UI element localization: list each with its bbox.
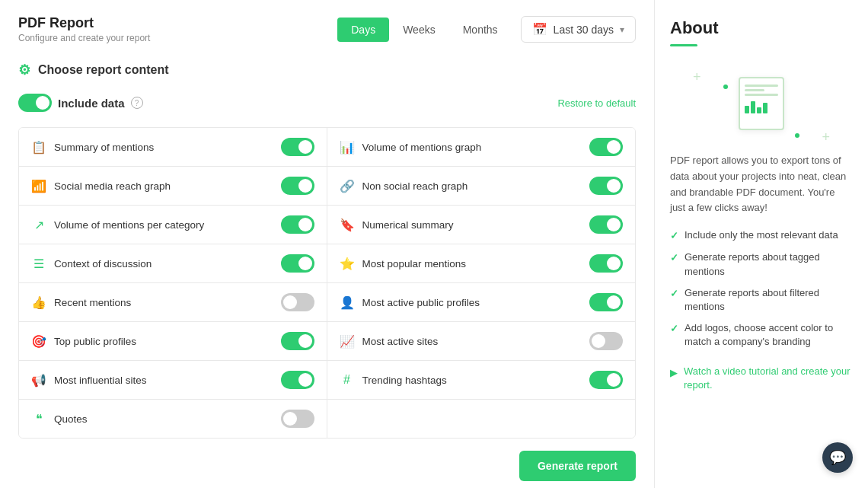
grid-item: 🔗Non social reach graph — [327, 167, 636, 206]
check-icon: ✓ — [670, 322, 678, 336]
item-toggle[interactable] — [589, 293, 623, 311]
feature-text: Include only the most relevant data — [685, 228, 838, 242]
grid-item: ❝Quotes — [19, 400, 327, 438]
grid-item: 🎯Top public profiles — [19, 322, 327, 361]
tab-months[interactable]: Months — [449, 18, 512, 42]
item-toggle[interactable] — [281, 138, 314, 156]
gear-icon: ⚙ — [18, 62, 30, 78]
dot-decoration-1 — [723, 85, 728, 89]
list-item: ✓Generate reports about tagged mentions — [670, 250, 853, 278]
item-icon: 🔖 — [340, 218, 355, 232]
right-panel: About + + PDF report allows you to expor… — [655, 0, 868, 488]
plus-decoration-2: + — [822, 129, 830, 145]
content-grid: 📋Summary of mentions📊Volume of mentions … — [18, 127, 636, 439]
grid-item-left: ⭐Most popular mentions — [340, 257, 467, 271]
item-toggle[interactable] — [281, 332, 314, 350]
item-label: Most popular mentions — [362, 258, 467, 270]
item-icon: 🎯 — [31, 334, 46, 349]
item-icon: ☰ — [31, 257, 46, 271]
grid-item: 📋Summary of mentions — [19, 128, 327, 167]
item-toggle[interactable] — [281, 254, 314, 273]
grid-item: 📶Social media reach graph — [19, 167, 327, 206]
grid-item-left: ☰Context of discussion — [31, 257, 152, 271]
include-label: Include data — [58, 97, 125, 110]
about-features-list: ✓Include only the most relevant data✓Gen… — [670, 228, 853, 349]
video-tutorial-link[interactable]: ▶ Watch a video tutorial and create your… — [670, 365, 853, 392]
item-icon: ❝ — [31, 412, 46, 426]
item-icon: 📋 — [31, 140, 46, 155]
feature-text: Generate reports about filtered mentions — [685, 286, 853, 314]
include-data-row: Include data ? Restore to default — [18, 94, 636, 112]
check-icon: ✓ — [670, 229, 678, 243]
about-description: PDF report allows you to export tons of … — [670, 153, 853, 216]
grid-item: ⭐Most popular mentions — [327, 244, 636, 283]
chat-button[interactable]: 💬 — [822, 442, 853, 473]
section-title: Choose report content — [38, 63, 169, 77]
check-icon: ✓ — [670, 287, 678, 301]
tab-date-group: Days Weeks Months 📅 Last 30 days ▾ — [337, 16, 636, 43]
doc-bar-group — [745, 101, 778, 113]
chevron-down-icon: ▾ — [620, 24, 624, 35]
item-toggle[interactable] — [589, 371, 623, 389]
item-icon: 🔗 — [340, 179, 355, 193]
item-label: Most active sites — [362, 336, 439, 347]
item-toggle[interactable] — [281, 293, 314, 311]
item-icon: 📈 — [340, 334, 355, 349]
grid-item-left: 📊Volume of mentions graph — [340, 140, 482, 155]
restore-default-link[interactable]: Restore to default — [557, 97, 636, 109]
help-icon[interactable]: ? — [131, 97, 143, 109]
grid-item-left: 📢Most influential sites — [31, 373, 147, 388]
grid-item: ☰Context of discussion — [19, 244, 327, 283]
item-toggle[interactable] — [589, 254, 623, 273]
tab-days[interactable]: Days — [337, 18, 389, 42]
grid-item-left: ↗Volume of mentions per category — [31, 218, 204, 232]
illustration: + + — [670, 62, 853, 153]
date-picker[interactable]: 📅 Last 30 days ▾ — [521, 16, 636, 43]
item-label: Social media reach graph — [54, 180, 171, 192]
main-panel: PDF Report Configure and create your rep… — [0, 0, 655, 488]
item-label: Trending hashtags — [362, 375, 447, 386]
feature-text: Generate reports about tagged mentions — [685, 250, 853, 278]
item-toggle[interactable] — [281, 371, 314, 389]
item-label: Numerical summary — [362, 219, 454, 231]
include-data-toggle[interactable] — [18, 94, 52, 112]
generate-report-button[interactable]: Generate report — [519, 451, 636, 481]
list-item: ✓Add logos, choose accent color to match… — [670, 321, 853, 349]
grid-item-left: 👍Recent mentions — [31, 295, 131, 310]
grid-item: 👤Most active public profiles — [327, 283, 636, 322]
tab-weeks[interactable]: Weeks — [389, 18, 449, 42]
doc-bar-4 — [763, 103, 767, 113]
list-item: ✓Include only the most relevant data — [670, 228, 853, 243]
item-toggle[interactable] — [281, 215, 314, 234]
grid-item-left: 🔖Numerical summary — [340, 218, 454, 232]
grid-item-left: 👤Most active public profiles — [340, 295, 480, 310]
item-icon: # — [340, 373, 355, 387]
item-toggle[interactable] — [589, 332, 623, 350]
about-title: About — [670, 18, 853, 38]
item-label: Volume of mentions graph — [362, 142, 482, 153]
item-toggle[interactable] — [589, 177, 623, 195]
calendar-icon: 📅 — [532, 22, 547, 37]
item-icon: 👤 — [340, 295, 355, 310]
item-label: Top public profiles — [54, 336, 136, 347]
list-item: ✓Generate reports about filtered mention… — [670, 286, 853, 314]
item-toggle[interactable] — [281, 410, 314, 428]
generate-row: Generate report — [18, 451, 636, 481]
grid-item: #Trending hashtags — [327, 361, 636, 400]
item-toggle[interactable] — [589, 138, 623, 156]
item-label: Non social reach graph — [362, 180, 468, 192]
grid-item-left: #Trending hashtags — [340, 373, 447, 387]
item-toggle[interactable] — [589, 215, 623, 234]
page-subtitle: Configure and create your report — [18, 33, 150, 43]
grid-item: 👍Recent mentions — [19, 283, 327, 322]
grid-item-left: ❝Quotes — [31, 412, 88, 426]
grid-item-empty — [327, 400, 636, 438]
play-icon: ▶ — [670, 366, 678, 380]
item-toggle[interactable] — [281, 177, 314, 195]
header-title: PDF Report Configure and create your rep… — [18, 15, 150, 43]
item-label: Recent mentions — [54, 297, 131, 308]
about-underline — [670, 44, 697, 46]
item-icon: 📶 — [31, 179, 46, 193]
plus-decoration-1: + — [693, 69, 701, 85]
grid-item-left: 🎯Top public profiles — [31, 334, 136, 349]
